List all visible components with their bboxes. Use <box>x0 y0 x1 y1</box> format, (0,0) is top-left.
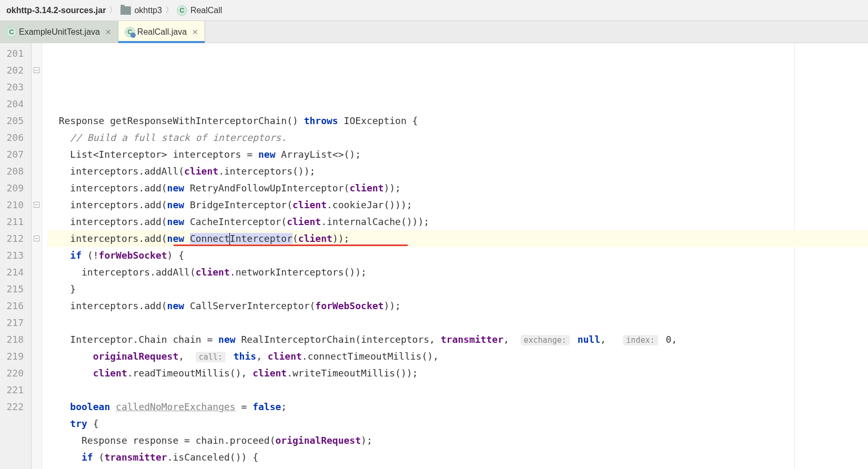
code-token: new <box>167 300 185 311</box>
code-line[interactable]: List<Interceptor> interceptors = new Arr… <box>47 146 868 163</box>
inlay-hint: index: <box>623 335 658 345</box>
tab-label: ExampleUnitTest.java <box>19 27 100 37</box>
code-token: Response response = chain.proceed( <box>47 435 275 446</box>
line-number: 204 <box>0 96 31 113</box>
code-token: interceptors.addAll( <box>47 166 184 177</box>
code-token: { <box>87 418 99 429</box>
code-line[interactable]: if (transmitter.isCanceled()) { <box>47 449 868 466</box>
line-number: 210 <box>0 197 31 213</box>
code-line[interactable]: Response getResponseWithInterceptorChain… <box>47 113 868 129</box>
fold-toggle[interactable]: − <box>34 67 39 73</box>
code-token: BridgeInterceptor( <box>184 199 292 210</box>
code-line[interactable]: if (!forWebSocket) { <box>47 247 868 264</box>
code-token: .internalCache())); <box>321 216 429 227</box>
line-number: 208 <box>0 163 31 180</box>
code-token: , <box>178 351 196 362</box>
code-token: this <box>234 351 256 362</box>
tab-realcall[interactable]: C RealCall.java ✕ <box>118 21 205 43</box>
code-token: List<Interceptor> interceptors = <box>47 149 258 160</box>
code-token: 0 <box>665 334 671 345</box>
code-token: forWebSocket <box>315 300 383 311</box>
code-token: } <box>47 283 76 294</box>
tab-exampleunittest[interactable]: C ExampleUnitTest.java ✕ <box>0 21 118 43</box>
code-token: new <box>167 216 185 227</box>
code-line[interactable]: interceptors.add(new ConnectInterceptor(… <box>47 230 868 247</box>
code-area[interactable]: Response getResponseWithInterceptorChain… <box>42 43 868 469</box>
code-line[interactable]: interceptors.addAll(client.interceptors(… <box>47 163 868 180</box>
line-number: 219 <box>0 348 31 365</box>
code-line[interactable]: client.readTimeoutMillis(), client.write… <box>47 365 868 382</box>
line-number: 217 <box>0 314 31 331</box>
code-token: , <box>671 334 677 345</box>
chevron-right-icon: 〉 <box>165 5 174 16</box>
code-line[interactable]: } <box>47 281 868 298</box>
code-line[interactable]: interceptors.add(new CallServerIntercept… <box>47 298 868 314</box>
line-number: 215 <box>0 281 31 298</box>
code-token: new <box>167 199 185 210</box>
code-token: new <box>258 149 276 160</box>
code-token: client <box>196 267 230 278</box>
inlay-hint: call: <box>196 352 226 362</box>
breadcrumb-label: okhttp-3.14.2-sources.jar <box>6 6 106 15</box>
code-token <box>47 418 70 429</box>
code-line[interactable]: Interceptor.Chain chain = new RealInterc… <box>47 331 868 348</box>
line-number: 218 <box>0 331 31 348</box>
editor-tabs: C ExampleUnitTest.java ✕ C RealCall.java… <box>0 21 868 43</box>
code-token <box>47 351 93 362</box>
fold-toggle[interactable]: − <box>34 202 39 208</box>
code-token: IOException { <box>338 115 418 126</box>
line-number: 222 <box>0 399 31 415</box>
code-token: if <box>70 250 82 261</box>
code-line[interactable]: // Build a full stack of interceptors. <box>47 129 868 146</box>
code-line[interactable]: interceptors.add(new BridgeInterceptor(c… <box>47 197 868 213</box>
code-token: client <box>253 368 287 379</box>
line-gutter: 2012022032042052062072082092102112122132… <box>0 43 32 469</box>
line-number: 221 <box>0 382 31 399</box>
code-token <box>184 233 190 244</box>
close-icon[interactable]: ✕ <box>192 28 198 36</box>
code-line[interactable]: try { <box>47 415 868 432</box>
code-token <box>110 401 116 412</box>
breadcrumb-package[interactable]: okhttp3 <box>120 6 162 15</box>
code-token: Interceptor <box>230 233 292 244</box>
class-icon: C <box>6 27 17 37</box>
code-token: , <box>600 334 623 345</box>
breadcrumb-label: okhttp3 <box>134 6 162 15</box>
code-token: Response getResponseWithInterceptorChain… <box>47 115 304 126</box>
code-token: , <box>503 334 521 345</box>
code-token: .connectTimeoutMillis(), <box>302 351 439 362</box>
close-icon[interactable]: ✕ <box>105 28 112 36</box>
code-editor[interactable]: 2012022032042052062072082092102112122132… <box>0 43 868 469</box>
line-number: 214 <box>0 264 31 281</box>
code-line[interactable]: interceptors.add(new CacheInterceptor(cl… <box>47 213 868 230</box>
code-line[interactable] <box>47 314 868 331</box>
code-token: null <box>578 334 600 345</box>
code-token: .cookieJar())); <box>327 199 412 210</box>
class-icon: C <box>177 5 187 16</box>
code-token: boolean <box>70 401 110 412</box>
fold-toggle[interactable]: − <box>34 236 39 241</box>
code-token: interceptors.add( <box>47 199 167 210</box>
breadcrumb-jar[interactable]: okhttp-3.14.2-sources.jar <box>6 6 106 15</box>
code-line[interactable]: Response response = chain.proceed(origin… <box>47 432 868 449</box>
code-token: )); <box>332 233 350 244</box>
code-token <box>660 334 666 345</box>
code-token: ( <box>292 233 298 244</box>
code-token: )); <box>383 182 401 193</box>
code-line[interactable]: interceptors.addAll(client.networkInterc… <box>47 264 868 281</box>
code-line[interactable]: originalRequest, call: this, client.conn… <box>47 348 868 365</box>
breadcrumb-class[interactable]: C RealCall <box>177 5 222 16</box>
fold-gutter: −−− <box>32 43 42 469</box>
code-token: .isCanceled()) { <box>167 452 258 463</box>
code-line[interactable] <box>47 382 868 399</box>
code-token: client <box>287 216 321 227</box>
code-token: transmitter <box>441 334 503 345</box>
code-line[interactable]: boolean calledNoMoreExchanges = false; <box>47 399 868 415</box>
code-line[interactable]: interceptors.add(new RetryAndFollowUpInt… <box>47 180 868 197</box>
code-token: ArrayList<>(); <box>275 149 361 160</box>
line-number: 216 <box>0 298 31 314</box>
code-line[interactable] <box>47 96 868 113</box>
line-number: 203 <box>0 79 31 96</box>
annotation-underline <box>174 244 408 246</box>
code-token: client <box>268 351 302 362</box>
